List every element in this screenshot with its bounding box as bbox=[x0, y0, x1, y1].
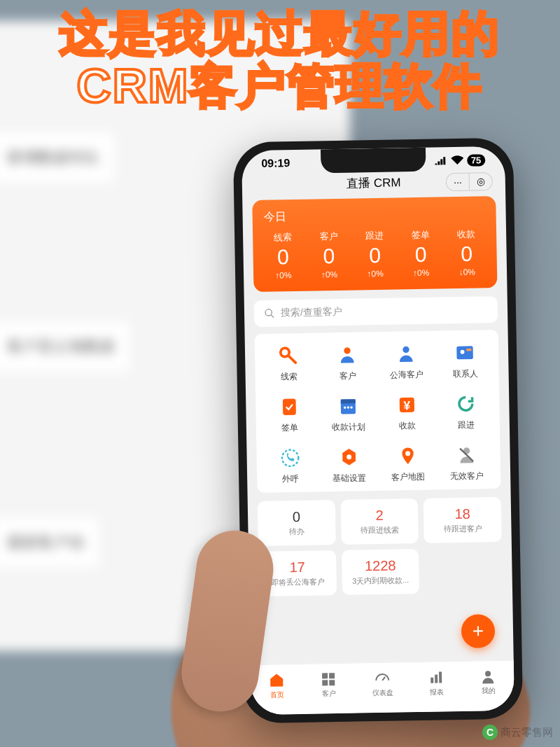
kpi-grid: 0待办 2待跟进线索 18待跟进客户 17即将丢公海客户 12283天内到期收款… bbox=[258, 497, 503, 596]
phone-icon bbox=[279, 447, 302, 470]
calendar-icon bbox=[337, 394, 360, 417]
grid-icon bbox=[320, 671, 337, 687]
bg-heading-3: 最新客户动 bbox=[0, 518, 98, 567]
contact-card-icon bbox=[454, 342, 477, 365]
close-button[interactable]: ◎ bbox=[470, 173, 492, 190]
nav-customers[interactable]: 客户 bbox=[319, 343, 376, 382]
tab-me[interactable]: 我的 bbox=[479, 668, 497, 696]
status-time: 09:19 bbox=[261, 157, 290, 170]
refresh-icon bbox=[454, 393, 477, 416]
svg-point-30 bbox=[485, 671, 491, 676]
public-person-icon bbox=[395, 342, 418, 365]
miniprogram-actions: ··· ◎ bbox=[446, 172, 493, 191]
battery-indicator: 75 bbox=[467, 154, 486, 166]
search-input[interactable]: 搜索/查重客户 bbox=[254, 296, 498, 327]
location-pin-icon bbox=[396, 445, 419, 468]
svg-point-0 bbox=[265, 309, 272, 316]
stat-followup[interactable]: 跟进 0 ↑0% bbox=[351, 229, 398, 279]
svg-rect-29 bbox=[439, 671, 442, 683]
search-icon bbox=[264, 308, 275, 319]
fab-add-button[interactable]: + bbox=[461, 614, 496, 648]
person-off-icon bbox=[455, 444, 478, 467]
svg-line-26 bbox=[382, 676, 385, 680]
tab-home[interactable]: 首页 bbox=[268, 671, 286, 699]
user-icon bbox=[479, 668, 496, 685]
svg-rect-23 bbox=[329, 673, 335, 678]
status-icons: 75 bbox=[435, 153, 486, 167]
nav-payment-plan[interactable]: 收款计划 bbox=[320, 394, 377, 433]
nav-orders[interactable]: 签单 bbox=[261, 396, 318, 435]
kpi-pending-customers[interactable]: 18待跟进客户 bbox=[424, 497, 502, 543]
nav-leads[interactable]: 线索 bbox=[260, 344, 317, 384]
gear-icon bbox=[337, 445, 360, 468]
stats-row: 线索 0 ↑0% 客户 0 ↑0% 跟进 0 ↑0% 签单 0 ↑0% bbox=[260, 228, 490, 281]
bg-heading-2: 客户及公海数据 bbox=[0, 322, 129, 371]
today-label: 今日 bbox=[263, 206, 489, 225]
miniprogram-header: 直播 CRM ··· ◎ bbox=[242, 169, 506, 201]
nav-outbound[interactable]: 外呼 bbox=[262, 446, 318, 485]
yen-icon: ¥ bbox=[396, 393, 419, 417]
svg-rect-24 bbox=[322, 680, 328, 685]
kpi-pending-leads[interactable]: 2待跟进线索 bbox=[340, 498, 419, 545]
svg-rect-8 bbox=[283, 398, 296, 415]
signal-icon bbox=[435, 155, 447, 165]
nav-map[interactable]: 客户地图 bbox=[379, 445, 436, 484]
bottom-nav: 首页 客户 仪表盘 报表 我的 bbox=[251, 660, 514, 715]
svg-rect-27 bbox=[430, 677, 433, 683]
nav-grid: 线索 客户 公海客户 联系人 签单 收款计划 ¥收款 跟进 外呼 基础设置 客户… bbox=[255, 330, 501, 493]
bg-heading-1: 新增数据对比 bbox=[0, 133, 113, 182]
nav-invalid[interactable]: 无效客户 bbox=[438, 443, 495, 482]
svg-point-3 bbox=[344, 347, 350, 354]
plus-icon: + bbox=[472, 620, 484, 642]
home-icon bbox=[268, 671, 285, 688]
stat-orders[interactable]: 签单 0 ↑0% bbox=[398, 228, 444, 278]
svg-rect-25 bbox=[329, 680, 335, 685]
nav-followup[interactable]: 跟进 bbox=[438, 392, 494, 431]
chart-icon bbox=[428, 669, 444, 685]
nav-payments[interactable]: ¥收款 bbox=[379, 393, 435, 433]
svg-rect-10 bbox=[341, 399, 356, 403]
watermark-logo-icon: C bbox=[482, 725, 498, 740]
app-title: 直播 CRM bbox=[346, 174, 401, 191]
kpi-todo[interactable]: 0待办 bbox=[258, 500, 336, 546]
svg-rect-5 bbox=[456, 346, 473, 359]
headline-line-2: CRM客户管理软件 bbox=[77, 59, 484, 112]
nav-public-customers[interactable]: 公海客户 bbox=[378, 342, 435, 382]
svg-rect-22 bbox=[322, 673, 328, 678]
nav-contacts[interactable]: 联系人 bbox=[437, 341, 493, 380]
svg-point-16 bbox=[282, 449, 299, 466]
tab-reports[interactable]: 报表 bbox=[428, 669, 445, 697]
headline-line-1: 这是我见过最好用的 bbox=[59, 6, 500, 60]
headline-overlay: 这是我见过最好用的 CRM客户管理软件 bbox=[0, 7, 560, 112]
nav-settings[interactable]: 基础设置 bbox=[321, 445, 377, 484]
clipboard-check-icon bbox=[278, 396, 301, 419]
gauge-icon bbox=[374, 669, 391, 686]
stat-payments[interactable]: 收款 0 ↓0% bbox=[443, 228, 490, 277]
today-stats-card: 今日 线索 0 ↑0% 客户 0 ↑0% 跟进 0 ↑0% bbox=[252, 196, 497, 292]
svg-point-4 bbox=[402, 347, 409, 353]
phone-notch bbox=[321, 148, 426, 174]
tab-customers[interactable]: 客户 bbox=[320, 671, 337, 699]
tab-dashboard[interactable]: 仪表盘 bbox=[372, 669, 393, 698]
phone-screen: 09:19 75 直播 CRM ··· ◎ 今日 线索 0 bbox=[241, 146, 514, 715]
svg-rect-7 bbox=[466, 349, 471, 351]
stat-leads[interactable]: 线索 0 ↑0% bbox=[260, 231, 307, 281]
kpi-due-payments[interactable]: 12283天内到期收款... bbox=[342, 549, 420, 595]
watermark-text: 商云零售网 bbox=[500, 726, 553, 739]
watermark: C 商云零售网 bbox=[482, 725, 553, 740]
more-button[interactable]: ··· bbox=[447, 173, 470, 190]
phone-frame: 09:19 75 直播 CRM ··· ◎ 今日 线索 0 bbox=[233, 138, 523, 724]
svg-line-1 bbox=[271, 315, 274, 318]
svg-rect-28 bbox=[435, 674, 438, 683]
search-placeholder: 搜索/查重客户 bbox=[281, 306, 342, 320]
leads-icon bbox=[277, 344, 300, 368]
wifi-icon bbox=[451, 155, 463, 165]
svg-text:¥: ¥ bbox=[403, 398, 410, 412]
person-icon bbox=[336, 343, 359, 366]
stat-customers[interactable]: 客户 0 ↑0% bbox=[306, 230, 353, 280]
